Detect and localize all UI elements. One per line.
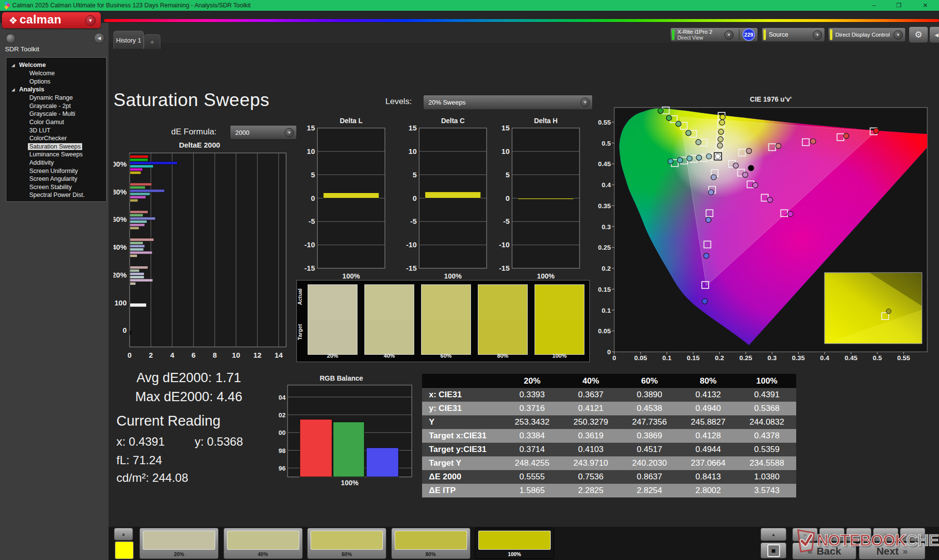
patch-button-20%[interactable]: 20% <box>139 528 219 559</box>
table-row-label: Target y:CIE31 <box>422 443 503 456</box>
swatch-panel-expand-button[interactable]: ▲ <box>114 528 133 540</box>
sidebar-item-spectral-power-dist-[interactable]: Spectral Power Dist. <box>6 191 106 199</box>
sidebar-item-grayscale-multi[interactable]: Grayscale - Multi <box>6 110 106 118</box>
source-dropdown[interactable]: Source ▼ <box>761 27 825 42</box>
title-bar: Calman 2025 Calman Ultimate for Business… <box>0 0 939 11</box>
calman-app-window: Calman 2025 Calman Ultimate for Business… <box>0 0 939 560</box>
settings-button[interactable]: ⚙ <box>909 26 928 43</box>
svg-text:0.15: 0.15 <box>687 354 700 361</box>
chevron-up-icon: ▲ <box>121 532 126 537</box>
tab-history-1[interactable]: History 1 <box>113 31 144 49</box>
plus-icon: + <box>150 38 154 46</box>
measured-marker-green <box>658 108 663 113</box>
svg-text:100%: 100% <box>342 272 360 280</box>
patch-button-80%[interactable]: 80% <box>391 528 470 559</box>
measured-marker-magenta <box>753 182 758 188</box>
panel-collapse-button[interactable]: ◀ <box>929 26 939 43</box>
svg-text:100%: 100% <box>341 479 358 487</box>
sidebar-sphere-button[interactable] <box>6 34 16 43</box>
table-header-cell: 80% <box>679 374 738 388</box>
strip-row-label-target: Target <box>297 333 303 340</box>
sidebar-item-3d-lut[interactable]: 3D LUT <box>6 127 106 135</box>
avg-de2000-readout: Avg dE2000: 1.71 <box>117 370 260 386</box>
measured-marker-cyan <box>687 156 692 161</box>
table-cell: 0.4517 <box>620 443 679 456</box>
svg-text:-5: -5 <box>309 217 315 225</box>
swatch-actual <box>422 285 470 320</box>
page-title: Saturation Sweeps <box>113 90 269 110</box>
svg-text:0.15: 0.15 <box>598 286 611 293</box>
sidebar-item-additivity[interactable]: Additivity <box>6 159 106 167</box>
inset-measured-marker <box>886 309 891 314</box>
table-cell: 0.4378 <box>738 429 796 443</box>
table-row-label: Target x:CIE31 <box>422 429 503 443</box>
chevron-left-icon: ◀ <box>98 36 101 41</box>
measured-marker-red <box>810 139 816 144</box>
sidebar-item-grayscale-2pt[interactable]: Grayscale - 2pt <box>6 102 106 110</box>
sidebar-item-colorchecker[interactable]: ColorChecker <box>6 134 106 143</box>
tree-expander-icon[interactable]: ◢ <box>12 61 15 69</box>
add-tab-button[interactable]: + <box>144 34 160 49</box>
patch-window-button[interactable]: ■ <box>760 542 786 559</box>
notebookcheck-logo-icon <box>795 528 817 553</box>
svg-text:-15: -15 <box>499 264 510 272</box>
actual-target-swatch-panel: ActualTarget20%40%60%80%100% <box>296 280 590 362</box>
workflow-tree: ◢WelcomeWelcomeOptions◢AnalysisDynamic R… <box>6 57 107 202</box>
sidebar-item-screen-uniformity[interactable]: Screen Uniformity <box>6 167 106 175</box>
svg-text:0.05: 0.05 <box>598 327 611 335</box>
table-cell: 1.5865 <box>503 484 561 497</box>
measured-marker-magenta <box>767 197 773 202</box>
rgb-balance-chart: RGB Balance9698100102104100% <box>279 373 425 490</box>
patch-label: 20% <box>143 551 215 557</box>
minimize-button[interactable]: ─ <box>864 0 884 11</box>
patch-label: 80% <box>395 551 467 557</box>
swatch-actual <box>308 285 357 320</box>
tree-group-welcome[interactable]: ◢Welcome <box>6 61 106 69</box>
meter-dropdown[interactable]: X-Rite i1Pro 2 Direct View ▼ 229 <box>670 27 758 42</box>
table-row: x: CIE310.33930.36370.38900.41320.4391 <box>422 388 796 402</box>
swatch-label: 40% <box>364 353 414 359</box>
sidebar-collapse-button[interactable]: ◀ <box>94 33 105 43</box>
de-formula-dropdown[interactable]: 2000 ▼ <box>230 125 297 140</box>
swatch-label: 100% <box>535 353 584 359</box>
patch-button-60%[interactable]: 60% <box>307 528 386 559</box>
sidebar-item-saturation-sweeps[interactable]: Saturation Sweeps <box>6 143 106 151</box>
svg-text:0.4: 0.4 <box>820 354 829 361</box>
tree-expander-icon[interactable]: ◢ <box>12 86 15 94</box>
patch-button-100%[interactable]: 100% <box>475 528 554 559</box>
patch-label: 40% <box>227 551 299 557</box>
sidebar-item-color-gamut[interactable]: Color Gamut <box>6 118 106 127</box>
svg-text:15: 15 <box>307 124 315 132</box>
restore-button[interactable]: ❐ <box>889 0 909 11</box>
measured-marker-green <box>686 130 691 136</box>
sidebar-item-screen-stability[interactable]: Screen Stability <box>6 183 106 192</box>
svg-text:0.25: 0.25 <box>739 354 753 361</box>
measured-marker-red <box>746 148 752 153</box>
sidebar-item-dynamic-range[interactable]: Dynamic Range <box>6 94 106 102</box>
calman-menu-button[interactable]: ❖ calman ▼ <box>2 12 101 28</box>
close-button[interactable]: ✕ <box>916 0 935 11</box>
table-row-label: x: CIE31 <box>422 388 503 402</box>
measured-marker-yellow <box>717 143 723 148</box>
patch-button-40%[interactable]: 40% <box>224 528 303 559</box>
measured-marker-blue <box>711 174 716 180</box>
sidebar-item-options[interactable]: Options <box>6 78 106 86</box>
meter-status-stripe <box>672 29 674 40</box>
sidebar-item-luminance-sweeps[interactable]: Luminance Sweeps <box>6 151 106 159</box>
svg-text:0: 0 <box>311 194 315 202</box>
current-patch-swatch[interactable] <box>115 541 134 559</box>
table-cell: 0.4103 <box>561 443 620 456</box>
patch-options-expand-button[interactable]: ▲ <box>760 528 786 541</box>
sidebar-item-welcome[interactable]: Welcome <box>6 69 106 78</box>
table-header-cell: 20% <box>503 374 561 388</box>
table-header-row: 20%40%60%80%100% <box>422 374 796 388</box>
swatch-target <box>422 320 470 354</box>
levels-dropdown[interactable]: 20% Sweeps ▼ <box>423 95 593 110</box>
svg-text:0.45: 0.45 <box>845 354 858 361</box>
tree-group-analysis[interactable]: ◢Analysis <box>6 86 106 94</box>
table-header-cell <box>422 374 503 388</box>
sidebar-item-screen-angularity[interactable]: Screen Angularity <box>6 175 106 183</box>
chevron-down-icon: ▼ <box>285 128 294 137</box>
swatch-target <box>478 320 527 354</box>
display-control-dropdown[interactable]: Direct Display Control ▼ <box>828 27 906 42</box>
